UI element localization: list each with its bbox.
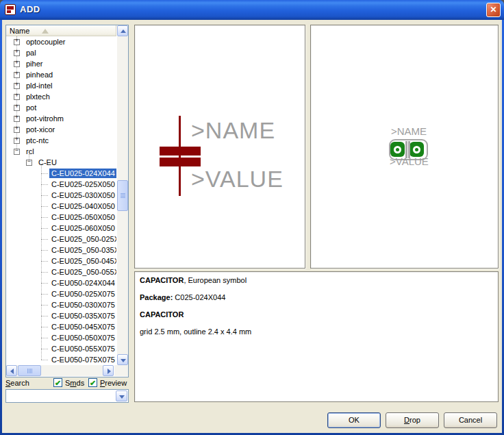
expand-icon[interactable]: + bbox=[14, 116, 20, 122]
collapse-icon[interactable]: − bbox=[14, 149, 20, 155]
tree-item-label: C-EU025_050-045X0 bbox=[49, 256, 116, 266]
scroll-up-button[interactable] bbox=[117, 25, 128, 36]
symbol-preview-pane: >NAME >VALUE bbox=[134, 25, 305, 269]
tree-item-label: pot-vitrohm bbox=[24, 114, 66, 123]
package-value-text: >VALUE bbox=[390, 156, 429, 167]
tree-item-C-EU025_050-055X0[interactable]: C-EU025_050-055X0 bbox=[6, 266, 116, 277]
tree-item-label: pot-xicor bbox=[24, 125, 57, 134]
close-button[interactable]: ✕ bbox=[486, 3, 501, 17]
tree-item-C-EU025-025X050[interactable]: C-EU025-025X050 bbox=[6, 179, 116, 190]
tree-item-C-EU025_050-045X0[interactable]: C-EU025_050-045X0 bbox=[6, 256, 116, 266]
capacitor-symbol-lead bbox=[179, 116, 181, 196]
tree-item-C-EU[interactable]: −C-EU bbox=[6, 157, 116, 168]
cancel-button[interactable]: Cancel bbox=[444, 412, 497, 428]
tree-item-C-EU050-050X075[interactable]: C-EU050-050X075 bbox=[6, 332, 116, 343]
tree-item-C-EU025-030X050[interactable]: C-EU025-030X050 bbox=[6, 190, 116, 201]
tree-item-label: pld-intel bbox=[24, 81, 55, 90]
tree-item-C-EU025_050-035X0[interactable]: C-EU025_050-035X0 bbox=[6, 245, 116, 256]
tree-item-plxtech[interactable]: +plxtech bbox=[6, 91, 116, 102]
tree-item-label: C-EU025-025X050 bbox=[49, 179, 116, 189]
tree-item-C-EU050-024X044[interactable]: C-EU050-024X044 bbox=[6, 277, 116, 288]
drill-hole bbox=[394, 146, 401, 153]
tree-item-C-EU025-040X050[interactable]: C-EU025-040X050 bbox=[6, 201, 116, 212]
description-panel: CAPACITOR, European symbol Package: C025… bbox=[134, 271, 499, 402]
window-title: ADD bbox=[20, 4, 40, 14]
scroll-right-button[interactable] bbox=[103, 365, 114, 376]
expand-icon[interactable]: + bbox=[14, 127, 20, 133]
tree-item-C-EU025-050X050[interactable]: C-EU025-050X050 bbox=[6, 212, 116, 223]
tree-item-C-EU050-025X075[interactable]: C-EU050-025X075 bbox=[6, 288, 116, 299]
description-line: Package: C025-024X044 bbox=[140, 293, 493, 301]
tree-column-header-name[interactable]: Name bbox=[6, 25, 116, 36]
expand-icon[interactable]: + bbox=[14, 94, 20, 100]
tree-item-optocoupler[interactable]: +optocoupler bbox=[6, 36, 116, 47]
expand-icon[interactable]: + bbox=[14, 138, 20, 144]
expand-icon[interactable]: + bbox=[14, 105, 20, 111]
tree-item-label: C-EU050-050X075 bbox=[49, 333, 116, 343]
tree-item-C-EU025_050-025X0[interactable]: C-EU025_050-025X0 bbox=[6, 234, 116, 245]
drop-button[interactable]: Drop bbox=[386, 412, 439, 428]
expand-icon[interactable]: + bbox=[14, 39, 20, 45]
tree-item-label: C-EU050-075X075 bbox=[49, 355, 116, 364]
search-input[interactable] bbox=[8, 390, 114, 401]
scroll-down-button[interactable] bbox=[117, 354, 128, 365]
tree-item-rcl[interactable]: −rcl bbox=[6, 146, 116, 157]
tree-item-label: C-EU050-035X075 bbox=[49, 311, 116, 321]
tree-item-label: C-EU bbox=[36, 158, 59, 167]
expand-icon[interactable]: + bbox=[14, 61, 20, 67]
tree-item-piher[interactable]: +piher bbox=[6, 58, 116, 69]
tree-item-C-EU050-035X075[interactable]: C-EU050-035X075 bbox=[6, 310, 116, 321]
description-line: CAPACITOR bbox=[140, 310, 493, 319]
tree-list[interactable]: +optocoupler+pal+piher+pinhead+pld-intel… bbox=[6, 36, 116, 365]
title-bar[interactable]: ADD ✕ bbox=[0, 0, 504, 20]
tree-item-label: C-EU050-025X075 bbox=[49, 289, 116, 299]
tree-item-C-EU050-045X075[interactable]: C-EU050-045X075 bbox=[6, 321, 116, 332]
tree-item-C-EU050-030X075[interactable]: C-EU050-030X075 bbox=[6, 299, 116, 310]
vertical-scrollbar[interactable] bbox=[117, 25, 128, 365]
combo-dropdown-button[interactable] bbox=[116, 390, 127, 401]
tree-item-C-EU025-060X050[interactable]: C-EU025-060X050 bbox=[6, 223, 116, 234]
tree-item-pot[interactable]: +pot bbox=[6, 102, 116, 113]
tree-item-ptc-ntc[interactable]: +ptc-ntc bbox=[6, 135, 116, 146]
tree-item-pot-xicor[interactable]: +pot-xicor bbox=[6, 124, 116, 135]
smds-checkbox[interactable]: ✔ bbox=[53, 378, 62, 387]
close-icon: ✕ bbox=[490, 5, 496, 14]
scroll-left-button[interactable] bbox=[6, 365, 17, 376]
drill-hole bbox=[413, 146, 420, 153]
dialog-client-area: Name +optocoupler+pal+piher+pinhead+pld-… bbox=[2, 20, 502, 433]
sort-ascending-icon bbox=[42, 29, 49, 34]
tree-item-pinhead[interactable]: +pinhead bbox=[6, 69, 116, 80]
tree-item-label: C-EU025-040X050 bbox=[49, 201, 116, 211]
preview-label[interactable]: Preview bbox=[100, 379, 127, 387]
tree-item-pld-intel[interactable]: +pld-intel bbox=[6, 80, 116, 91]
tree-item-C-EU050-075X075[interactable]: C-EU050-075X075 bbox=[6, 354, 116, 365]
symbol-value-text: >VALUE bbox=[191, 166, 284, 192]
expand-icon[interactable]: + bbox=[14, 83, 20, 89]
library-tree-panel: Name +optocoupler+pal+piher+pinhead+pld-… bbox=[5, 25, 129, 377]
expand-icon[interactable]: + bbox=[14, 50, 20, 56]
tree-item-label: C-EU025-024X044 bbox=[49, 169, 116, 178]
tree-item-C-EU050-055X075[interactable]: C-EU050-055X075 bbox=[6, 343, 116, 354]
scrollbar-corner bbox=[114, 365, 128, 376]
search-label: Search bbox=[5, 379, 29, 387]
ok-button[interactable]: OK bbox=[327, 412, 381, 428]
package-name-text: >NAME bbox=[391, 125, 427, 137]
arrow-up-icon bbox=[121, 29, 126, 33]
tree-item-C-EU025-024X044[interactable]: C-EU025-024X044 bbox=[6, 168, 116, 179]
symbol-name-text: >NAME bbox=[191, 117, 275, 144]
preview-checkbox[interactable]: ✔ bbox=[88, 378, 97, 387]
horizontal-scrollbar-thumb[interactable] bbox=[18, 365, 41, 376]
tree-item-label: C-EU025-050X050 bbox=[49, 212, 116, 222]
smds-label[interactable]: Smds bbox=[65, 379, 84, 387]
vertical-scrollbar-thumb[interactable] bbox=[117, 180, 128, 211]
tree-item-label: C-EU025_050-035X0 bbox=[49, 245, 116, 255]
tree-item-pot-vitrohm[interactable]: +pot-vitrohm bbox=[6, 113, 116, 124]
tree-item-pal[interactable]: +pal bbox=[6, 47, 116, 58]
horizontal-scrollbar[interactable] bbox=[6, 365, 114, 376]
collapse-icon[interactable]: − bbox=[26, 160, 32, 166]
expand-icon[interactable]: + bbox=[14, 72, 20, 78]
tree-item-label: pot bbox=[24, 103, 38, 112]
search-combobox[interactable] bbox=[5, 389, 129, 403]
tree-item-label: pal bbox=[24, 48, 38, 58]
tree-item-label: plxtech bbox=[24, 92, 52, 101]
